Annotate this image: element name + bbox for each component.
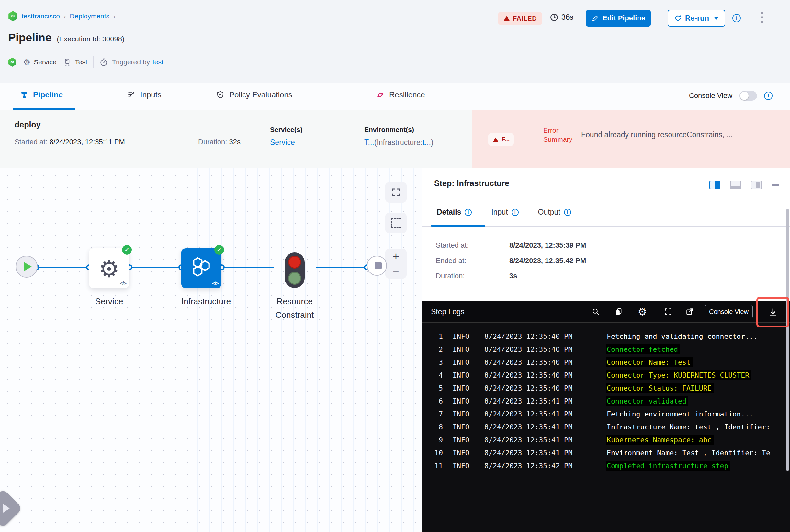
log-timestamp: 8/24/2023 12:35:40 PM bbox=[484, 345, 592, 354]
rerun-button[interactable]: Re-run bbox=[668, 10, 725, 26]
console-view-label: Console View bbox=[689, 92, 732, 100]
log-line: 8INFO8/24/2023 12:35:41 PMInfrastructure… bbox=[422, 420, 790, 433]
zoom-out-button[interactable]: − bbox=[385, 266, 407, 277]
log-line-number: 1 bbox=[433, 332, 443, 340]
breadcrumb-deployments[interactable]: Deployments bbox=[70, 12, 110, 20]
page-title: Pipeline bbox=[8, 31, 52, 44]
service-tag[interactable]: Service bbox=[34, 58, 56, 66]
services-label: Service(s) bbox=[270, 126, 302, 134]
log-level: INFO bbox=[453, 436, 473, 444]
log-fullscreen-button[interactable] bbox=[662, 305, 675, 318]
log-line-number: 5 bbox=[433, 384, 443, 392]
detail-ended-row: Ended at:8/24/2023, 12:35:42 PM bbox=[436, 256, 586, 265]
environment-name[interactable]: T... bbox=[364, 138, 374, 147]
info-icon[interactable]: i bbox=[564, 209, 571, 216]
chevron-right-icon: › bbox=[113, 13, 115, 20]
error-summary-label: Error Summary bbox=[543, 126, 572, 144]
tab-policy-evaluations[interactable]: Policy Evaluations bbox=[216, 90, 292, 99]
canvas-zoom-controls: + − bbox=[385, 249, 407, 279]
more-options-menu[interactable] bbox=[761, 12, 763, 23]
environment-infra-name[interactable]: t... bbox=[423, 138, 431, 147]
log-level: INFO bbox=[453, 423, 473, 431]
log-line-number: 8 bbox=[433, 423, 443, 431]
canvas-select-button[interactable] bbox=[385, 213, 407, 233]
service-step-node[interactable]: ⚙ </> bbox=[89, 248, 129, 288]
panel-scrollbar[interactable] bbox=[787, 209, 789, 471]
log-line: 5INFO8/24/2023 12:35:40 PMConnector Stat… bbox=[422, 381, 790, 395]
tab-resilience[interactable]: Resilience bbox=[376, 90, 425, 99]
minimize-panel-button[interactable] bbox=[772, 184, 779, 186]
edit-pipeline-button[interactable]: Edit Pipeline bbox=[586, 10, 651, 26]
divider bbox=[259, 117, 259, 160]
resource-constraint-node[interactable] bbox=[284, 252, 305, 288]
log-line: 4INFO8/24/2023 12:35:40 PMConnector Type… bbox=[422, 368, 790, 381]
log-level: INFO bbox=[453, 332, 473, 340]
started-at-value: 8/24/2023, 12:35:11 PM bbox=[50, 138, 125, 146]
log-timestamp: 8/24/2023 12:35:40 PM bbox=[484, 358, 592, 366]
log-level: INFO bbox=[453, 345, 473, 354]
layout-bottom-view-button[interactable] bbox=[730, 180, 741, 189]
pipeline-end-node[interactable] bbox=[367, 255, 387, 276]
tab-details[interactable]: Details i bbox=[437, 208, 472, 216]
pipeline-icon bbox=[20, 91, 29, 99]
log-message: Environment Name: Test , Identifier: Te bbox=[606, 448, 772, 458]
layout-floating-view-button[interactable] bbox=[751, 180, 762, 189]
tab-inputs[interactable]: Inputs bbox=[127, 90, 161, 99]
tab-pipeline[interactable]: Pipeline bbox=[20, 90, 63, 99]
service-link[interactable]: Service bbox=[270, 138, 302, 147]
chevron-down-icon[interactable] bbox=[714, 17, 719, 20]
code-glyph: </> bbox=[212, 281, 219, 286]
log-message: Fetching and validating connector... bbox=[606, 331, 759, 341]
environment-link[interactable]: T...(Infrastructure:t...) bbox=[364, 138, 433, 147]
zoom-in-button[interactable]: + bbox=[385, 251, 407, 261]
status-badge-label: FAILED bbox=[513, 15, 537, 22]
external-link-icon bbox=[685, 307, 694, 316]
log-level: INFO bbox=[453, 449, 473, 457]
environment-infra-prefix: (Infrastructure: bbox=[374, 138, 423, 147]
tab-output[interactable]: Output i bbox=[538, 208, 571, 216]
triggered-by-user[interactable]: test bbox=[152, 58, 164, 66]
log-message: Connector validated bbox=[606, 396, 688, 406]
log-settings-button[interactable]: ⚙ bbox=[636, 305, 648, 318]
code-glyph: </> bbox=[120, 281, 126, 286]
log-line-number: 4 bbox=[433, 371, 443, 379]
log-message: Completed infrastructure step bbox=[606, 461, 730, 471]
log-copy-button[interactable] bbox=[612, 305, 625, 318]
log-line: 2INFO8/24/2023 12:35:40 PMConnector fetc… bbox=[422, 343, 790, 356]
active-tab-underline bbox=[13, 108, 75, 110]
execution-id: (Execution Id: 30098) bbox=[57, 35, 124, 43]
tab-policy-evaluations-label: Policy Evaluations bbox=[229, 90, 292, 99]
environment-tag[interactable]: Test bbox=[75, 58, 87, 66]
step-logs-console[interactable]: 1INFO8/24/2023 12:35:40 PMFetching and v… bbox=[422, 323, 790, 532]
log-console-view-button[interactable]: Console View bbox=[705, 305, 753, 319]
layout-right-view-button[interactable] bbox=[710, 180, 720, 189]
pipeline-graph-canvas[interactable]: + − ⚙ </> ✓ Service bbox=[0, 168, 422, 532]
info-icon[interactable]: i bbox=[764, 92, 773, 100]
log-download-button[interactable] bbox=[768, 307, 778, 318]
active-tab-underline bbox=[431, 225, 485, 227]
step-logs-title: Step Logs bbox=[431, 307, 465, 316]
log-line: 9INFO8/24/2023 12:35:41 PMKubernetes Nam… bbox=[422, 433, 790, 446]
breadcrumb-project[interactable]: testfrancisco bbox=[22, 12, 60, 20]
log-search-button[interactable] bbox=[590, 305, 602, 318]
log-line: 1INFO8/24/2023 12:35:40 PMFetching and v… bbox=[422, 330, 790, 343]
log-line: 3INFO8/24/2023 12:35:40 PMConnector Name… bbox=[422, 356, 790, 368]
tab-inputs-label: Inputs bbox=[140, 90, 161, 99]
pipeline-start-node[interactable] bbox=[16, 255, 38, 278]
duration-value: 32s bbox=[229, 138, 240, 146]
error-summary-message[interactable]: Found already running resourceConstrains… bbox=[581, 130, 782, 139]
canvas-fullscreen-button[interactable] bbox=[385, 182, 407, 203]
info-icon[interactable]: i bbox=[732, 14, 741, 22]
console-view-toggle[interactable] bbox=[739, 91, 757, 101]
info-icon[interactable]: i bbox=[512, 209, 519, 216]
refresh-icon bbox=[674, 14, 682, 22]
info-icon[interactable]: i bbox=[465, 209, 472, 216]
elapsed-time: 36s bbox=[550, 13, 573, 22]
gear-icon: ⚙ bbox=[638, 306, 647, 318]
tab-input[interactable]: Input i bbox=[491, 208, 518, 216]
log-message: Connector Name: Test bbox=[606, 357, 693, 367]
stage-name[interactable]: deploy bbox=[15, 120, 41, 130]
infrastructure-step-node[interactable]: </> bbox=[181, 248, 221, 288]
log-open-external-button[interactable] bbox=[683, 305, 696, 318]
log-line-number: 11 bbox=[433, 462, 443, 470]
